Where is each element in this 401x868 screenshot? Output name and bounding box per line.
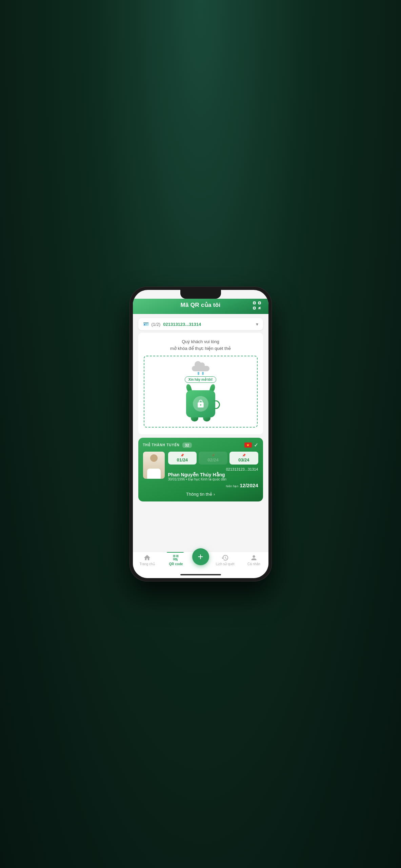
card-icon: 🪪 <box>143 321 149 327</box>
card-number: 021313123...31314 <box>163 322 201 327</box>
home-indicator <box>133 571 268 578</box>
nav-item-home[interactable]: Trang chủ <box>133 554 162 566</box>
nav-label-home: Trang chủ <box>139 562 155 566</box>
thong-tin-row[interactable]: Thông tin thẻ › <box>143 492 258 497</box>
card-dob: 30/01/1996 • Đại học Kinh tế quốc dân <box>168 477 258 481</box>
nav-label-qr: QR code <box>169 562 183 566</box>
lock-section: Quý khách vui lòng mở khóa để thực hiện … <box>138 333 263 434</box>
lock-circle <box>193 396 208 412</box>
user-photo <box>143 452 165 479</box>
scan-icon[interactable] <box>252 301 262 310</box>
verified-icon: ✓ <box>254 442 258 448</box>
month-tabs: 📌 01/24 📌 02/24 📌 03/24 <box>168 452 258 465</box>
history-icon <box>221 554 229 561</box>
card-type-label: THẺ THÀNH TUYẾN <box>143 443 180 447</box>
notch <box>180 290 221 299</box>
month-tab-3[interactable]: 📌 03/24 <box>229 452 258 465</box>
nav-label-profile: Cá nhân <box>247 562 260 566</box>
mascot: Xin hãy mở tôi! <box>185 376 217 421</box>
mascot-label: Xin hãy mở tôi! <box>185 376 217 383</box>
card-counter: (1/2) <box>152 322 161 327</box>
thong-tin-label: Thông tin thẻ <box>186 492 212 497</box>
svg-rect-1 <box>258 302 260 304</box>
lock-message: Quý khách vui lòng mở khóa để thực hiện … <box>144 338 258 352</box>
phone-frame: Mã QR của tôi <box>129 287 272 581</box>
account-number: 021313123...31314 <box>168 467 258 471</box>
expiry-date: 12/2024 <box>240 482 258 488</box>
scroll-area: 🪪 (1/2) 021313123...31314 ▾ Quý khách vu… <box>133 314 268 552</box>
expiry-label: Niên hạn <box>226 485 238 488</box>
page-title: Mã QR của tôi <box>181 301 221 309</box>
svg-rect-2 <box>253 307 255 309</box>
profile-icon <box>250 554 258 561</box>
chevron-down-icon: ▾ <box>256 321 258 327</box>
card-selector[interactable]: 🪪 (1/2) 021313123...31314 ▾ <box>138 318 263 330</box>
nav-item-qr[interactable]: QR code <box>162 554 191 566</box>
header: Mã QR của tôi <box>133 299 268 314</box>
tear-drops <box>198 372 204 375</box>
month-tab-2[interactable]: 📌 02/24 <box>199 452 227 465</box>
nav-item-history[interactable]: Lịch sử quét <box>211 554 240 566</box>
month-tab-1[interactable]: 📌 01/24 <box>168 452 197 465</box>
phone-screen: Mã QR của tôi <box>133 290 268 578</box>
home-icon <box>143 554 151 561</box>
fab-button[interactable]: + <box>192 548 209 565</box>
dashed-border-area: Xin hãy mở tôi! <box>144 356 258 428</box>
cloud-decoration <box>192 362 209 371</box>
qr-icon <box>172 554 180 561</box>
fab-center: + <box>191 555 211 565</box>
svg-rect-0 <box>253 302 255 304</box>
bottom-nav: Trang chủ QR code + Lịch sử quét <box>133 552 268 571</box>
card-name: Phan Nguyễn Thúy Hằng <box>168 472 258 477</box>
nav-item-profile[interactable]: Cá nhân <box>240 554 268 566</box>
member-card: THẺ THÀNH TUYẾN 32 ★ ✓ <box>138 438 263 501</box>
thong-tin-arrow-icon: › <box>214 492 215 497</box>
svg-line-6 <box>260 309 260 309</box>
card-badge: 32 <box>182 442 192 448</box>
nav-label-history: Lịch sử quét <box>216 562 234 566</box>
flag-vietnam: ★ <box>244 442 252 448</box>
